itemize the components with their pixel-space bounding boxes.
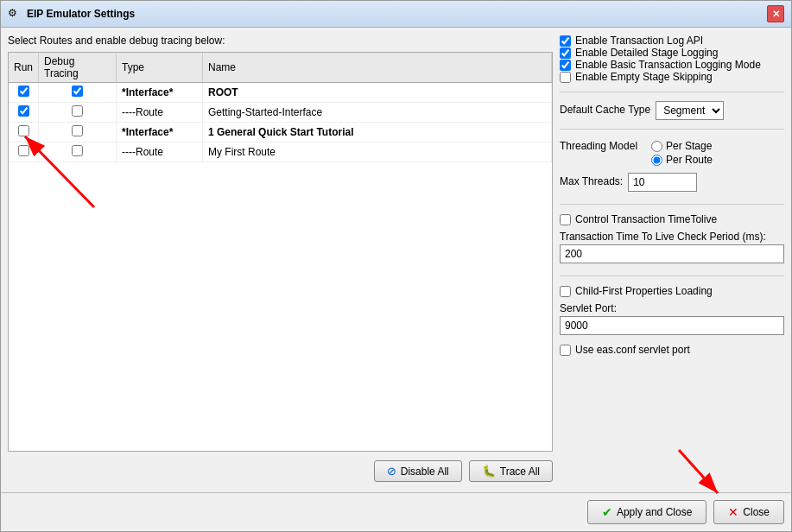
routes-table-container: Run Debug Tracing Type Name *Interface*R… (8, 52, 553, 452)
per-stage-row: Per Stage (651, 140, 713, 152)
child-first-row: Child-First Properties Loading (560, 285, 784, 297)
cell-debug-2 (39, 123, 117, 142)
ttl-check-group: Transaction Time To Live Check Period (m… (560, 231, 784, 263)
app-icon: ⚙ (8, 7, 22, 21)
cell-type-3: ----Route (117, 142, 203, 162)
cell-debug-1 (39, 103, 117, 123)
use-eas-label: Use eas.conf servlet port (575, 344, 690, 356)
footer-bar: ✔ Apply and Close ✕ Close (1, 492, 791, 531)
right-checkbox-row-2: Enable Basic Transaction Logging Mode (560, 59, 784, 71)
col-header-run: Run (9, 53, 39, 83)
right-checkbox-label-3: Enable Empty Stage Skipping (575, 71, 713, 83)
max-threads-input[interactable] (628, 173, 697, 192)
max-threads-label: Max Threads: (560, 175, 623, 187)
right-checkbox-row-3: Enable Empty Stage Skipping (560, 71, 784, 83)
bottom-buttons: ⊘ Disable All 🐛 Trace All (8, 457, 553, 485)
run-checkbox-2[interactable] (18, 125, 29, 136)
disable-all-button[interactable]: ⊘ Disable All (374, 460, 462, 482)
divider-2 (560, 129, 784, 130)
right-checkbox-row-1: Enable Detailed Stage Logging (560, 47, 784, 59)
threading-model-group: Threading Model Per Stage Per Route (560, 140, 784, 166)
run-checkbox-3[interactable] (18, 145, 29, 156)
trace-all-label: Trace All (500, 466, 540, 478)
disable-all-label: Disable All (401, 466, 449, 478)
window-title: EIP Emulator Settings (27, 8, 135, 20)
right-checkbox-row-0: Enable Transaction Log API (560, 35, 784, 47)
control-ttl-checkbox[interactable] (560, 214, 571, 225)
left-panel: Select Routes and enable debug tracing b… (8, 35, 553, 485)
right-checkbox-0[interactable] (560, 35, 571, 47)
control-ttl-label: Control Transaction TimeTolive (575, 213, 717, 225)
cache-type-select[interactable]: Segment None Local (656, 101, 724, 120)
per-route-radio[interactable] (651, 155, 662, 166)
trace-all-icon: 🐛 (482, 465, 496, 478)
radio-options: Per Stage Per Route (651, 140, 713, 166)
run-checkbox-0[interactable] (18, 86, 29, 97)
cell-name-0: ROOT (203, 83, 552, 103)
table-row: ----RouteMy First Route (9, 142, 552, 162)
cell-run-0 (9, 83, 39, 103)
per-stage-radio[interactable] (651, 141, 662, 152)
cell-run-1 (9, 103, 39, 123)
debug-checkbox-1[interactable] (72, 105, 83, 117)
cell-run-3 (9, 142, 39, 162)
apply-icon: ✔ (602, 505, 612, 519)
cell-debug-0 (39, 83, 117, 103)
main-window: ⚙ EIP Emulator Settings ✕ Select Routes … (0, 0, 792, 532)
window-close-button[interactable]: ✕ (767, 5, 784, 22)
cell-name-2: 1 General Quick Start Tutorial (203, 123, 552, 142)
col-header-debug: Debug Tracing (39, 53, 117, 83)
child-first-checkbox[interactable] (560, 286, 571, 297)
title-bar-left: ⚙ EIP Emulator Settings (8, 7, 135, 21)
run-checkbox-1[interactable] (18, 105, 29, 117)
use-eas-row: Use eas.conf servlet port (560, 344, 784, 356)
title-bar: ⚙ EIP Emulator Settings ✕ (1, 1, 791, 28)
servlet-port-label: Servlet Port: (560, 302, 784, 314)
trace-all-button[interactable]: 🐛 Trace All (469, 460, 553, 482)
max-threads-row: Max Threads: (560, 173, 784, 192)
cell-name-1: Getting-Started-Interface (203, 103, 552, 123)
apply-and-close-button[interactable]: ✔ Apply and Close (587, 500, 706, 524)
cell-run-2 (9, 123, 39, 142)
servlet-port-input[interactable] (560, 316, 784, 335)
col-header-name: Name (203, 53, 552, 83)
use-eas-checkbox[interactable] (560, 345, 571, 356)
debug-checkbox-0[interactable] (72, 86, 83, 97)
col-header-type: Type (117, 53, 203, 83)
cell-type-0: *Interface* (117, 83, 203, 103)
checkboxes-container: Enable Transaction Log APIEnable Detaile… (560, 35, 784, 83)
divider-3 (560, 204, 784, 205)
close-icon: ✕ (728, 505, 738, 519)
right-checkbox-3[interactable] (560, 72, 571, 83)
main-content: Select Routes and enable debug tracing b… (1, 28, 791, 492)
divider-1 (560, 92, 784, 92)
table-header-row: Run Debug Tracing Type Name (9, 53, 552, 83)
cache-type-label: Default Cache Type (560, 104, 650, 116)
routes-table: Run Debug Tracing Type Name *Interface*R… (9, 53, 552, 162)
right-checkbox-label-2: Enable Basic Transaction Logging Mode (575, 59, 761, 71)
table-row: ----RouteGetting-Started-Interface (9, 103, 552, 123)
instruction-text: Select Routes and enable debug tracing b… (8, 35, 553, 47)
control-ttl-row: Control Transaction TimeTolive (560, 213, 784, 225)
ttl-check-input[interactable] (560, 244, 784, 263)
cache-type-row: Default Cache Type Segment None Local (560, 101, 784, 120)
close-button[interactable]: ✕ Close (713, 500, 784, 524)
right-panel: Enable Transaction Log APIEnable Detaile… (560, 35, 784, 485)
threading-model-label: Threading Model (560, 140, 646, 152)
per-stage-label: Per Stage (666, 140, 712, 152)
cell-debug-3 (39, 142, 117, 162)
close-label: Close (743, 506, 770, 518)
right-checkbox-1[interactable] (560, 48, 571, 59)
servlet-port-group: Servlet Port: (560, 302, 784, 335)
apply-label: Apply and Close (617, 506, 692, 518)
max-threads-group: Max Threads: (560, 173, 784, 192)
cell-type-2: *Interface* (117, 123, 203, 142)
per-route-row: Per Route (651, 154, 713, 166)
debug-checkbox-3[interactable] (72, 145, 83, 156)
debug-checkbox-2[interactable] (72, 125, 83, 136)
right-checkbox-label-1: Enable Detailed Stage Logging (575, 47, 718, 59)
right-checkbox-label-0: Enable Transaction Log API (575, 35, 703, 47)
right-checkbox-2[interactable] (560, 60, 571, 71)
table-row: *Interface*ROOT (9, 83, 552, 103)
cell-type-1: ----Route (117, 103, 203, 123)
